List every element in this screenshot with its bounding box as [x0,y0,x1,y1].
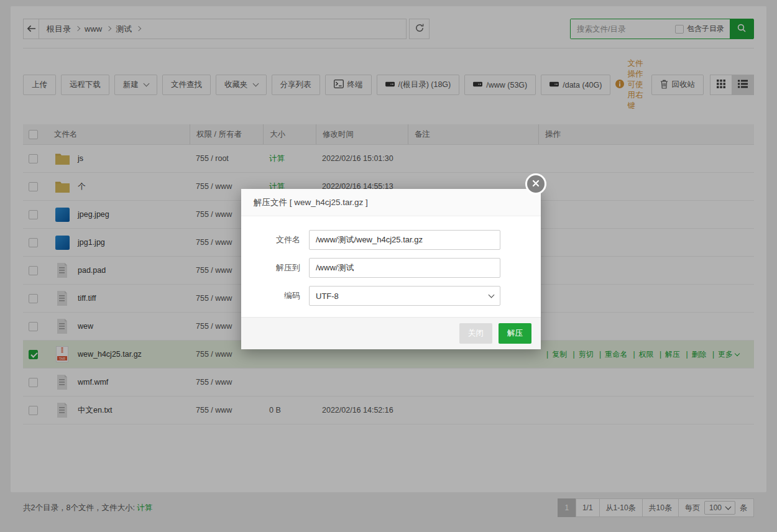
close-icon [532,178,540,190]
filename-input[interactable] [309,230,500,250]
dialog-title: 解压文件 [ wew_h4cj25.tar.gz ] [241,189,541,216]
chevron-down-icon [489,292,495,298]
dest-input[interactable] [309,258,500,278]
encoding-label: 编码 [257,290,300,301]
filename-label: 文件名 [257,234,300,245]
encoding-select[interactable]: UTF-8 [309,286,500,306]
dialog-unzip-button[interactable]: 解压 [499,323,531,344]
close-button[interactable] [525,173,546,195]
unzip-dialog: 解压文件 [ wew_h4cj25.tar.gz ] 文件名 解压到 编码 UT… [241,189,541,349]
dest-label: 解压到 [257,262,300,273]
dialog-close-button[interactable]: 关闭 [459,323,492,344]
